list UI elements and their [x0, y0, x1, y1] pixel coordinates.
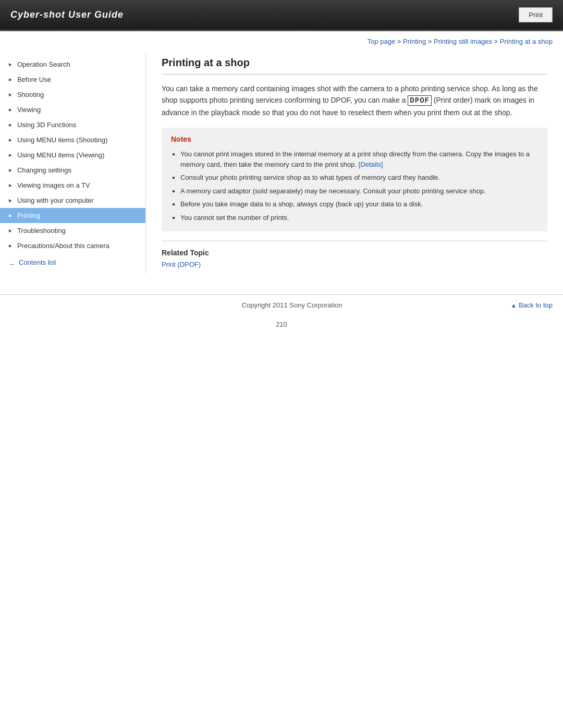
- header: Cyber-shot User Guide Print: [0, 0, 563, 31]
- notes-item-2-text: Consult your photo printing service shop…: [180, 174, 440, 181]
- details-link[interactable]: [Details]: [359, 161, 383, 168]
- sidebar-item-operation-search[interactable]: ► Operation Search: [0, 57, 145, 72]
- sidebar-item-viewing[interactable]: ► Viewing: [0, 102, 145, 117]
- breadcrumb-printing[interactable]: Printing: [403, 38, 426, 45]
- back-to-top-label: Back to top: [519, 301, 553, 309]
- arrow-icon: ►: [8, 107, 13, 113]
- notes-item-1-text: You cannot print images stored in the in…: [180, 150, 530, 168]
- page-title: Printing at a shop: [162, 57, 547, 75]
- contents-list-link[interactable]: Contents list: [0, 253, 145, 269]
- breadcrumb-top[interactable]: Top page: [368, 38, 396, 45]
- arrow-icon: ►: [8, 61, 13, 67]
- sidebar-item-troubleshooting[interactable]: ► Troubleshooting: [0, 223, 145, 238]
- arrow-icon: ►: [8, 77, 13, 82]
- arrow-icon: ►: [8, 167, 13, 173]
- sidebar-item-label: Troubleshooting: [17, 227, 66, 235]
- arrow-icon: ►: [8, 213, 13, 218]
- footer: Copyright 2011 Sony Corporation ▲ Back t…: [0, 294, 563, 315]
- notes-item-4: Before you take image data to a shop, al…: [171, 198, 538, 211]
- app-title: Cyber-shot User Guide: [0, 9, 124, 20]
- arrow-icon: ►: [8, 92, 13, 97]
- footer-copyright: Copyright 2011 Sony Corporation: [73, 301, 511, 309]
- sidebar-item-menu-viewing[interactable]: ► Using MENU items (Viewing): [0, 147, 145, 163]
- notes-item-4-text: Before you take image data to a shop, al…: [180, 200, 423, 208]
- arrow-icon: ►: [8, 137, 13, 143]
- arrow-icon: ►: [8, 122, 13, 128]
- sidebar-item-label: Shooting: [17, 91, 44, 98]
- notes-item-3-text: A memory card adaptor (sold separately) …: [180, 187, 486, 195]
- sidebar-item-before-use[interactable]: ► Before Use: [0, 72, 145, 87]
- notes-list: You cannot print images stored in the in…: [171, 147, 538, 224]
- sidebar-item-label: Viewing: [17, 106, 41, 114]
- notes-item-5-text: You cannot set the number of prints.: [180, 214, 289, 221]
- dpof-label: DPOF: [408, 95, 432, 106]
- sidebar-item-label: Before Use: [17, 76, 51, 83]
- related-topic-link[interactable]: Print (DPOF): [162, 261, 201, 268]
- back-to-top-triangle-icon: ▲: [511, 302, 517, 309]
- notes-title: Notes: [171, 135, 538, 143]
- sidebar-item-computer[interactable]: ► Using with your computer: [0, 193, 145, 208]
- sidebar: ► Operation Search ► Before Use ► Shooti…: [0, 52, 146, 274]
- notes-box: Notes You cannot print images stored in …: [162, 128, 547, 231]
- sidebar-item-label: Precautions/About this camera: [17, 242, 109, 250]
- print-button[interactable]: Print: [519, 7, 553, 22]
- contents-list-label: Contents list: [19, 258, 56, 266]
- breadcrumb-printing-still[interactable]: Printing still images: [434, 38, 492, 45]
- sidebar-item-label: Printing: [17, 212, 40, 219]
- sidebar-item-menu-shooting[interactable]: ► Using MENU items (Shooting): [0, 132, 145, 147]
- sidebar-item-viewing-tv[interactable]: ► Viewing images on a TV: [0, 178, 145, 193]
- sidebar-item-precautions[interactable]: ► Precautions/About this camera: [0, 238, 145, 253]
- related-topic-title: Related Topic: [162, 241, 547, 257]
- sidebar-item-label: Changing settings: [17, 166, 71, 174]
- arrow-icon: ►: [8, 243, 13, 249]
- notes-item-2: Consult your photo printing service shop…: [171, 171, 538, 184]
- arrow-right-icon: [8, 260, 16, 265]
- sidebar-item-label: Using MENU items (Shooting): [17, 136, 107, 144]
- arrow-icon: ►: [8, 152, 13, 158]
- notes-item-1: You cannot print images stored in the in…: [171, 147, 538, 171]
- sidebar-item-printing[interactable]: ► Printing: [0, 208, 145, 223]
- sidebar-item-3d-functions[interactable]: ► Using 3D Functions: [0, 117, 145, 132]
- arrow-icon: ►: [8, 182, 13, 188]
- arrow-icon: ►: [8, 198, 13, 203]
- breadcrumb: Top page > Printing > Printing still ima…: [0, 31, 563, 52]
- arrow-icon: ►: [8, 228, 13, 233]
- back-to-top-link[interactable]: ▲ Back to top: [511, 301, 553, 309]
- content-area: Printing at a shop You can take a memory…: [146, 52, 563, 279]
- main-paragraph: You can take a memory card containing im…: [162, 83, 547, 118]
- sidebar-item-changing-settings[interactable]: ► Changing settings: [0, 163, 145, 178]
- sidebar-item-label: Using 3D Functions: [17, 121, 76, 129]
- notes-item-3: A memory card adaptor (sold separately) …: [171, 184, 538, 198]
- sidebar-item-label: Using with your computer: [17, 196, 94, 204]
- notes-item-5: You cannot set the number of prints.: [171, 211, 538, 225]
- sidebar-item-label: Operation Search: [17, 60, 70, 68]
- page-number: 210: [0, 315, 563, 334]
- sidebar-item-shooting[interactable]: ► Shooting: [0, 87, 145, 102]
- breadcrumb-printing-shop[interactable]: Printing at a shop: [500, 38, 553, 45]
- sidebar-item-label: Viewing images on a TV: [17, 181, 90, 189]
- main-layout: ► Operation Search ► Before Use ► Shooti…: [0, 52, 563, 279]
- sidebar-item-label: Using MENU items (Viewing): [17, 151, 104, 159]
